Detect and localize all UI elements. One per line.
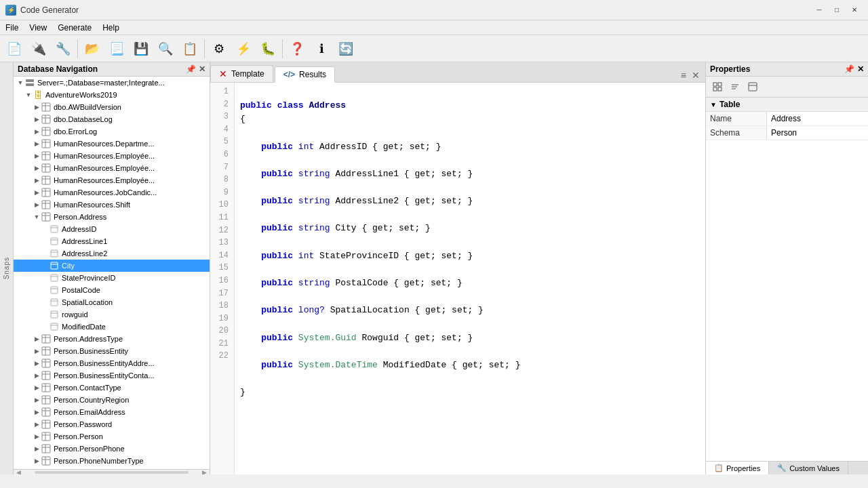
table-toggle-icon[interactable]: ▶ [33,384,41,391]
table-toggle-icon[interactable]: ▶ [33,458,41,464]
column-stateprovinceId[interactable]: StateProvinceID [14,272,210,284]
tab-filter-button[interactable]: ≡ [679,68,688,82]
server-toggle-icon[interactable]: ▼ [16,79,24,86]
settings-button[interactable]: ⚙ [208,37,231,60]
table-person-businessentityconta[interactable]: ▶ Person.BusinessEntityConta... [14,369,210,382]
column-label: StateProvinceID [62,274,115,282]
open-folder-button[interactable]: 📂 [81,37,104,60]
table-toggle-icon[interactable]: ▶ [33,177,41,184]
new-file-button[interactable]: 📃 [105,37,128,60]
table-hr-jobcandic[interactable]: ▶ HumanResources.JobCandic... [14,186,210,199]
props-table-section[interactable]: ▼ Table [706,98,868,112]
table-toggle-icon[interactable]: ▶ [33,433,41,440]
table-hr-shift[interactable]: ▶ HumanResources.Shift [14,199,210,211]
menu-file[interactable]: File [0,20,24,35]
column-rowguid[interactable]: rowguid [14,308,210,321]
db-nav-pin-button[interactable]: 📌 [186,64,196,74]
horizontal-scrollbar[interactable] [35,471,189,474]
table-hr-employee1[interactable]: ▶ HumanResources.Employée... [14,150,210,162]
column-postalcode[interactable]: PostalCode [14,284,210,296]
preview-button[interactable]: 🔍 [154,37,177,60]
table-toggle-icon[interactable]: ▶ [33,409,41,415]
column-icon [49,285,60,296]
table-toggle-icon[interactable]: ▶ [33,201,41,208]
minimize-button[interactable]: ─ [811,4,827,16]
table-hr-department[interactable]: ▶ HumanResources.Departme... [14,138,210,150]
close-button[interactable]: ✕ [846,4,863,16]
table-person-personphone[interactable]: ▶ Person.PersonPhone [14,443,210,455]
column-addressid[interactable]: AddressID [14,223,210,235]
info-button[interactable]: ℹ [310,37,333,60]
server-node[interactable]: ▼ Server=.;Database=master;Integrate... [14,77,210,89]
tab-template[interactable]: ✕ Template [210,65,273,82]
open-db-button[interactable]: 🔌 [27,37,50,60]
table-person-countryregion[interactable]: ▶ Person.CountryRegion [14,394,210,406]
table-toggle-icon[interactable]: ▶ [33,372,41,379]
db-tree[interactable]: ▼ Server=.;Database=master;Integrate... … [14,77,210,469]
maximize-button[interactable]: □ [829,4,845,16]
column-addressline2[interactable]: AddressLine2 [14,247,210,260]
table-person-businessentity[interactable]: ▶ Person.BusinessEntity [14,345,210,357]
table-toggle-icon[interactable]: ▶ [33,116,41,123]
table-toggle-icon[interactable]: ▶ [33,336,41,342]
table-person-contacttype[interactable]: ▶ Person.ContactType [14,382,210,394]
run-button[interactable]: ⚡ [232,37,255,60]
table-toggle-icon[interactable]: ▶ [33,104,41,110]
table-toggle-icon[interactable]: ▶ [33,396,41,403]
bottom-tab-custom-values[interactable]: 🔧 Custom Values [769,462,848,474]
table-person-addresstype[interactable]: ▶ Person.AddressType [14,333,210,345]
tab-close-button[interactable]: ✕ [690,68,701,82]
db-adventureworks-node[interactable]: ▼ 🗄 AdventureWorks2019 [14,89,210,101]
table-errorlog[interactable]: ▶ dbo.ErrorLog [14,125,210,138]
table-toggle-icon[interactable]: ▶ [33,445,41,452]
table-person-phonenumbertype[interactable]: ▶ Person.PhoneNumberType [14,455,210,467]
column-city[interactable]: City [14,260,210,272]
table-hr-employee3[interactable]: ▶ HumanResources.Employée... [14,174,210,186]
new-button[interactable]: 📄 [3,37,26,60]
column-modifieddate[interactable]: ModifiedDate [14,321,210,333]
table-databaselog[interactable]: ▶ dbo.DatabaseLog [14,113,210,125]
db-nav-close-button[interactable]: ✕ [199,64,205,74]
scroll-left-icon[interactable]: ◀ [16,469,21,475]
save-button[interactable]: 💾 [130,37,153,60]
plugin-button[interactable]: 🔧 [52,37,75,60]
menu-generate[interactable]: Generate [52,20,97,35]
table-toggle-icon[interactable]: ▶ [33,140,41,147]
table-person-businessentityaddre[interactable]: ▶ Person.BusinessEntityAddre... [14,357,210,369]
table-awbuildversion[interactable]: ▶ dbo.AWBuildVersion [14,101,210,113]
menu-help[interactable]: Help [97,20,125,35]
table-person-emailaddress[interactable]: ▶ Person.EmailAddress [14,406,210,418]
table-toggle-icon[interactable]: ▶ [33,348,41,354]
table-toggle-icon[interactable]: ▶ [33,128,41,135]
table-person-password[interactable]: ▶ Person.Password [14,418,210,430]
props-category-button[interactable] [745,79,760,94]
column-spatiallocation[interactable]: SpatialLocation [14,296,210,308]
props-grid-view-button[interactable] [710,79,725,94]
props-pin-button[interactable]: 📌 [844,64,854,74]
help-button[interactable]: ❓ [285,37,309,60]
table-person-person[interactable]: ▶ Person.Person [14,430,210,443]
table-toggle-icon[interactable]: ▶ [33,165,41,171]
table-hr-employee2[interactable]: ▶ HumanResources.Employée... [14,162,210,174]
props-close-button[interactable]: ✕ [857,64,864,74]
table-toggle-icon[interactable]: ▶ [33,360,41,367]
db-scroll-bar[interactable]: ◀ ▶ [14,469,210,474]
db-toggle-icon[interactable]: ▼ [24,92,33,98]
table-person-address[interactable]: ▼ Person.Address [14,211,210,223]
table-toggle-icon[interactable]: ▶ [33,189,41,196]
scroll-right-icon[interactable]: ▶ [202,469,207,475]
code-content[interactable]: public class Address { public int Addres… [235,83,705,474]
table-toggle-icon[interactable]: ▶ [33,152,41,159]
table-toggle-icon[interactable]: ▼ [33,214,41,220]
tab-results[interactable]: </> Results [275,66,335,83]
menu-view[interactable]: View [24,20,52,35]
table-toggle-icon[interactable]: ▶ [33,421,41,428]
debug-button[interactable]: 🐛 [256,37,279,60]
code-editor[interactable]: 12345 678910 1112131415 1617181920 2122 … [210,83,705,474]
save-all-button[interactable]: 📋 [178,37,201,60]
bottom-tab-properties[interactable]: 📋 Properties [706,462,769,474]
props-sort-button[interactable] [728,79,743,94]
tab-controls: ≡ ✕ [679,68,705,82]
refresh-button[interactable]: 🔄 [334,37,357,60]
column-addressline1[interactable]: AddressLine1 [14,235,210,247]
